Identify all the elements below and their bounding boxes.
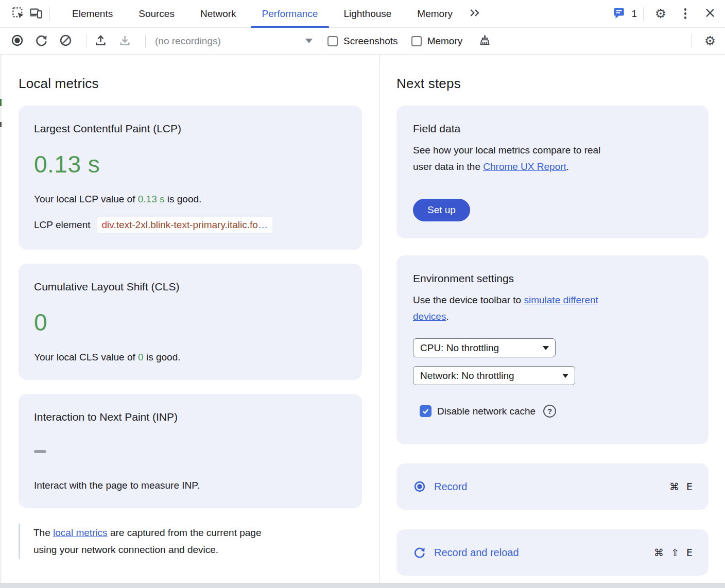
lcp-desc-value: 0.13 s bbox=[138, 194, 165, 204]
divider bbox=[692, 34, 692, 48]
set-up-button[interactable]: Set up bbox=[413, 199, 470, 221]
lcp-desc-prefix: Your local LCP value of bbox=[34, 194, 138, 204]
inspect-cursor-icon bbox=[11, 6, 25, 22]
gear-icon: ⚙ bbox=[655, 7, 666, 20]
feedback-button[interactable] bbox=[610, 5, 628, 23]
capture-settings-button[interactable]: ⚙ bbox=[701, 32, 719, 50]
recordings-dropdown[interactable]: (no recordings) bbox=[155, 36, 317, 47]
tab-memory[interactable]: Memory bbox=[404, 0, 465, 28]
page-behind-sliver bbox=[0, 55, 2, 583]
performance-toolbar: (no recordings) Screenshots Memory bbox=[0, 28, 725, 55]
load-profile-button[interactable] bbox=[92, 32, 109, 50]
save-profile-button[interactable] bbox=[116, 32, 133, 50]
upload-icon bbox=[94, 33, 108, 49]
cls-desc-value: 0 bbox=[138, 352, 144, 362]
memory-label: Memory bbox=[427, 36, 463, 47]
more-options-button[interactable] bbox=[677, 5, 694, 23]
cache-checkbox-row: Disable network cache ? bbox=[413, 385, 693, 418]
network-throttling-select[interactable]: Network: No throttling bbox=[413, 366, 575, 385]
field-data-description: See how your local metrics compare to re… bbox=[413, 142, 693, 175]
block-icon bbox=[59, 33, 73, 49]
footnote-line2: using your network connection and device… bbox=[33, 544, 218, 555]
inp-card: Interaction to Next Paint (INP) Interact… bbox=[19, 394, 362, 508]
lcp-element-label: LCP element bbox=[34, 219, 91, 231]
gear-icon: ⚙ bbox=[704, 34, 716, 47]
lcp-desc-suffix: is good. bbox=[165, 194, 202, 204]
divider bbox=[86, 34, 87, 48]
local-metrics-footnote: The local metrics are captured from the … bbox=[19, 524, 338, 559]
field-data-card: Field data See how your local metrics co… bbox=[396, 106, 709, 238]
more-tabs-button[interactable] bbox=[467, 5, 484, 23]
environment-line1-prefix: Use the device toolbar to bbox=[413, 295, 524, 305]
environment-line1: Use the device toolbar to simulate diffe… bbox=[413, 292, 693, 308]
field-data-line2-prefix: user data in the bbox=[413, 161, 483, 172]
lcp-element-ellipsis: … bbox=[258, 219, 268, 230]
simulate-devices-link[interactable]: simulate different bbox=[524, 295, 598, 305]
memory-checkbox[interactable]: Memory bbox=[411, 36, 463, 47]
collect-garbage-button[interactable] bbox=[476, 32, 493, 50]
garbage-collect-brush-icon bbox=[478, 33, 492, 49]
reload-icon bbox=[413, 546, 426, 559]
record-button[interactable] bbox=[8, 32, 26, 50]
tab-performance[interactable]: Performance bbox=[249, 0, 331, 28]
device-toolbar-button[interactable] bbox=[27, 5, 44, 23]
select-caret-icon bbox=[562, 374, 568, 378]
checkbox-unchecked-icon bbox=[411, 36, 422, 46]
next-steps-heading: Next steps bbox=[396, 76, 709, 92]
lcp-description: Your local LCP value of 0.13 s is good. bbox=[34, 194, 347, 205]
checkbox-checked-icon bbox=[420, 405, 431, 417]
dropdown-caret-icon bbox=[305, 39, 313, 43]
record-card[interactable]: Record ⌘ E bbox=[396, 463, 709, 510]
field-data-line2: user data in the Chrome UX Report. bbox=[413, 159, 693, 175]
local-metrics-panel: Local metrics Largest Contentful Paint (… bbox=[0, 55, 379, 583]
tab-network[interactable]: Network bbox=[187, 0, 249, 28]
cls-card: Cumulative Layout Shift (CLS) 0 Your loc… bbox=[19, 264, 362, 380]
divider bbox=[49, 7, 50, 21]
drawer-divider bbox=[0, 583, 725, 588]
environment-line2: devices. bbox=[413, 308, 693, 325]
lcp-element-link[interactable]: div.text-2xl.blink-text-primary.italic.f… bbox=[97, 217, 272, 233]
tab-bar-actions: 1 ⚙ bbox=[610, 5, 725, 23]
cpu-throttling-select[interactable]: CPU: No throttling bbox=[413, 338, 556, 357]
chrome-ux-report-link[interactable]: Chrome UX Report bbox=[483, 161, 566, 172]
environment-description: Use the device toolbar to simulate diffe… bbox=[413, 292, 693, 325]
divider bbox=[145, 34, 146, 48]
chevron-double-right-icon bbox=[469, 6, 482, 21]
recordings-dropdown-value: (no recordings) bbox=[155, 36, 221, 47]
divider bbox=[322, 34, 322, 48]
record-and-reload-toolbar-button[interactable] bbox=[32, 32, 50, 50]
clear-button[interactable] bbox=[57, 32, 74, 50]
help-icon[interactable]: ? bbox=[543, 405, 556, 418]
close-devtools-button[interactable] bbox=[701, 5, 719, 23]
record-icon bbox=[413, 480, 426, 493]
cpu-throttling-value: CPU: No throttling bbox=[420, 342, 499, 354]
record-label: Record bbox=[434, 481, 467, 493]
network-throttling-value: Network: No throttling bbox=[420, 370, 514, 382]
settings-button[interactable]: ⚙ bbox=[652, 5, 669, 23]
reload-icon bbox=[34, 33, 48, 49]
field-data-line2-suffix: . bbox=[566, 161, 569, 172]
simulate-devices-link[interactable]: devices bbox=[413, 311, 446, 322]
environment-settings-title: Environment settings bbox=[413, 272, 693, 285]
tab-lighthouse[interactable]: Lighthouse bbox=[331, 0, 404, 28]
devtools-tab-bar: Elements Sources Network Performance Lig… bbox=[0, 0, 725, 28]
lcp-value: 0.13 s bbox=[34, 150, 347, 178]
tab-sources[interactable]: Sources bbox=[126, 0, 187, 28]
disable-cache-checkbox[interactable]: Disable network cache bbox=[420, 405, 536, 417]
inspect-element-button[interactable] bbox=[9, 5, 27, 23]
tab-elements[interactable]: Elements bbox=[59, 0, 126, 28]
lcp-element-tag: div bbox=[102, 219, 114, 230]
device-toolbar-icon bbox=[29, 6, 43, 22]
page-behind-speck bbox=[0, 99, 2, 106]
record-and-reload-shortcut: ⌘ ⇧ E bbox=[654, 547, 693, 558]
cls-description: Your local CLS value of 0 is good. bbox=[34, 352, 347, 363]
screenshots-checkbox[interactable]: Screenshots bbox=[327, 36, 398, 47]
lcp-element-row: LCP element div.text-2xl.blink-text-prim… bbox=[34, 217, 347, 233]
cls-desc-prefix: Your local CLS value of bbox=[34, 352, 138, 362]
local-metrics-link[interactable]: local metrics bbox=[53, 527, 108, 538]
record-and-reload-card[interactable]: Record and reload ⌘ ⇧ E bbox=[396, 529, 709, 576]
inp-title: Interaction to Next Paint (INP) bbox=[34, 411, 347, 423]
next-steps-panel: Next steps Field data See how your local… bbox=[379, 55, 725, 583]
feedback-bubble-icon bbox=[612, 6, 626, 21]
field-data-title: Field data bbox=[413, 123, 693, 135]
